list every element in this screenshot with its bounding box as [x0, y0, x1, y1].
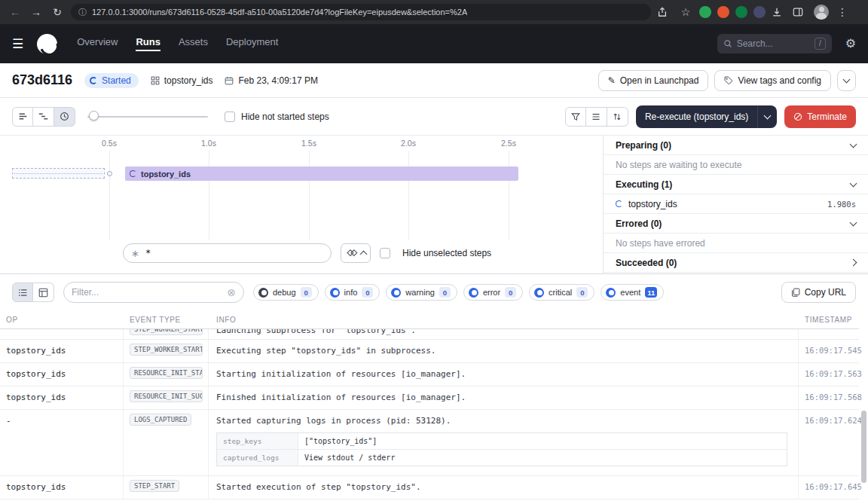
reexecute-button[interactable]: Re-execute (topstory_ids)	[636, 105, 757, 128]
extension-icon-green[interactable]	[699, 6, 711, 18]
log-op: topstory_ids	[0, 476, 124, 499]
step-selector-input[interactable]: ∗	[123, 243, 332, 263]
section-executing-header[interactable]: Executing (1)	[604, 175, 868, 194]
gantt-gridline	[509, 151, 509, 240]
settings-gear-icon[interactable]: ⚙	[845, 38, 856, 50]
step-selector-field[interactable]	[145, 248, 323, 258]
log-level-filter-info[interactable]: info 0	[325, 284, 381, 301]
step-spinner-icon	[130, 170, 136, 177]
run-more-actions-button[interactable]	[837, 70, 856, 91]
hide-not-started-checkbox[interactable]: Hide not started steps	[225, 111, 329, 122]
reload-icon[interactable]: ↻	[50, 7, 65, 17]
gantt-mode-flat-button[interactable]	[12, 107, 33, 127]
nav-item-deployment[interactable]: Deployment	[226, 36, 278, 51]
copy-url-button[interactable]: Copy URL	[781, 282, 856, 303]
row-density-icon[interactable]	[586, 107, 607, 127]
section-errored-header[interactable]: Errored (0)	[604, 214, 868, 234]
checkbox-box[interactable]	[225, 111, 235, 122]
log-filter-field[interactable]	[72, 287, 222, 298]
view-tags-config-button[interactable]: View tags and config	[714, 70, 831, 91]
column-header-info: INFO	[209, 310, 799, 328]
gantt-gridline	[109, 151, 110, 240]
toggle-icon	[330, 288, 340, 298]
gantt-zoom-slider[interactable]	[87, 107, 208, 127]
back-icon[interactable]: ←	[8, 7, 23, 17]
address-bar[interactable]: ⓘ 127.0.0.1:3000/runs/673d6116-0528-45df…	[71, 4, 651, 20]
chevron-up-icon	[359, 251, 367, 258]
reexecute-dropdown-button[interactable]	[757, 105, 777, 128]
log-scrollbar[interactable]	[861, 411, 866, 483]
sort-arrows-icon[interactable]	[607, 107, 628, 127]
hide-unselected-checkbox[interactable]: Hide unselected steps	[380, 243, 491, 263]
log-table-view-button[interactable]	[33, 283, 54, 302]
section-preparing-header[interactable]: Preparing (0)	[604, 136, 868, 155]
section-succeeded-header[interactable]: Succeeded (0)	[604, 253, 868, 273]
gantt-mode-waterfall-button[interactable]	[33, 107, 54, 127]
downloads-icon[interactable]	[772, 7, 787, 17]
executing-step-row[interactable]: topstory_ids 1.980s	[604, 194, 868, 214]
metadata-value: ["topstory_ids"]	[298, 433, 787, 449]
log-timestamp[interactable]: 16:09:17.568	[799, 386, 859, 408]
extension-icon-indigo[interactable]	[753, 6, 766, 18]
hamburger-menu-icon[interactable]: ☰	[12, 38, 23, 50]
filter-funnel-icon[interactable]	[565, 107, 586, 127]
toggle-icon	[469, 288, 478, 298]
log-row[interactable]: topstory_ids STEP_START Started executio…	[0, 476, 859, 499]
gantt-mode-timed-button[interactable]	[54, 107, 75, 127]
log-level-filter-debug[interactable]: debug 0	[253, 284, 319, 301]
log-timestamp[interactable]: 16:09:17.563	[799, 363, 859, 384]
run-start-time-label: Feb 23, 4:09:17 PM	[238, 75, 317, 86]
event-type-badge: STEP_START	[130, 480, 179, 492]
checkbox-box[interactable]	[380, 248, 390, 258]
run-job[interactable]: topstory_ids	[151, 75, 213, 86]
nav-item-assets[interactable]: Assets	[179, 36, 208, 51]
job-icon	[151, 76, 160, 85]
log-filter-input[interactable]: ⊗	[63, 282, 244, 303]
open-in-launchpad-button[interactable]: ✎ Open in Launchpad	[598, 70, 709, 91]
profile-avatar[interactable]	[814, 5, 829, 20]
log-level-filter-error[interactable]: error 0	[463, 284, 523, 301]
copy-url-label: Copy URL	[805, 287, 846, 298]
side-panel-icon[interactable]	[793, 7, 808, 17]
log-row[interactable]: topstory_ids RESOURCE_INIT_STAR... Start…	[0, 363, 859, 386]
slider-knob[interactable]	[89, 111, 99, 121]
dagster-logo[interactable]	[37, 34, 57, 54]
log-level-filter-event[interactable]: event 11	[601, 284, 664, 301]
gantt-step-bar[interactable]: topstory_ids	[125, 166, 518, 181]
log-row[interactable]: STEP_WORKER_STARTI Launching subprocess …	[0, 329, 859, 340]
global-search[interactable]: Search... /	[717, 34, 832, 53]
extension-icon-red[interactable]	[717, 6, 729, 18]
log-level-filter-warning[interactable]: warning 0	[386, 284, 457, 301]
nav-item-overview[interactable]: Overview	[77, 36, 118, 51]
pencil-icon: ✎	[608, 75, 616, 86]
log-timestamp[interactable]: 16:09:17.645	[799, 476, 859, 497]
diamonds-icon	[346, 249, 358, 258]
log-timestamp[interactable]: 16:09:17.624	[799, 410, 859, 431]
bookmark-star-icon[interactable]: ☆	[678, 7, 693, 17]
nav-item-runs[interactable]: Runs	[136, 36, 160, 51]
log-timestamp[interactable]	[799, 329, 859, 331]
log-row[interactable]: topstory_ids RESOURCE_INIT_SUCC... Finis…	[0, 386, 859, 410]
extension-icon-darkgreen[interactable]	[735, 6, 747, 18]
level-count: 11	[645, 287, 657, 298]
clear-filter-icon[interactable]: ⊗	[227, 287, 236, 298]
level-label: error	[483, 288, 500, 297]
log-row-logs-captured[interactable]: - LOGS_CAPTURED Started capturing logs i…	[0, 410, 859, 476]
log-view-toggle-group	[12, 283, 54, 302]
site-info-icon[interactable]: ⓘ	[78, 8, 87, 17]
reexecute-label: Re-execute (topstory_ids)	[645, 111, 748, 122]
forward-icon[interactable]: →	[29, 7, 44, 17]
log-level-filter-critical[interactable]: critical 0	[529, 284, 594, 301]
toggle-icon	[391, 288, 401, 298]
log-timestamp[interactable]: 16:09:17.545	[799, 340, 859, 361]
graph-query-toggle-button[interactable]	[341, 243, 371, 263]
gantt-step-label: topstory_ids	[141, 170, 191, 179]
view-stdout-stderr-link[interactable]: View stdout / stderr	[298, 450, 787, 466]
browser-menu-icon[interactable]: ⋮	[835, 7, 850, 17]
terminate-button[interactable]: Terminate	[784, 105, 856, 128]
log-row[interactable]: topstory_ids STEP_WORKER_STARTED Executi…	[0, 340, 859, 363]
share-icon[interactable]	[657, 7, 672, 17]
step-duration: 1.980s	[827, 200, 856, 209]
log-list-view-button[interactable]	[12, 283, 33, 302]
chevron-down-icon	[850, 218, 857, 226]
